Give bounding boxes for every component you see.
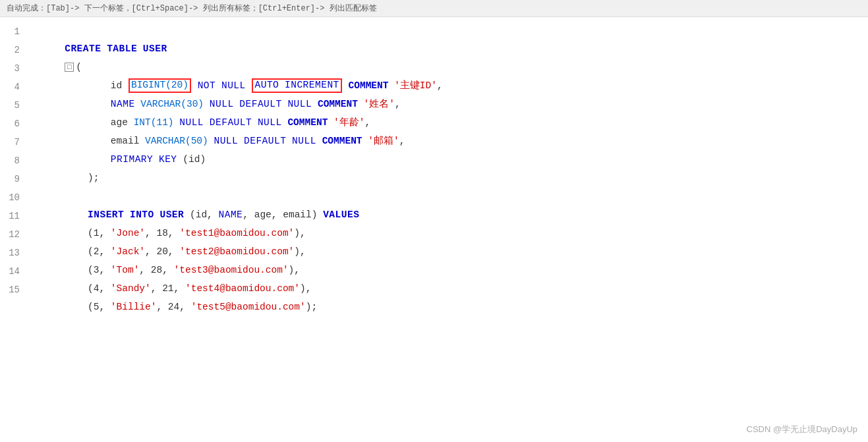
- str-jone: 'Jone': [111, 228, 145, 238]
- keyword-null-5b: NULL: [258, 117, 282, 128]
- str-billie: 'Billie': [111, 302, 157, 312]
- line-num-1: 1: [0, 22, 20, 41]
- keyword-null-3: NULL: [221, 80, 246, 91]
- line-num-3: 3: [0, 59, 20, 78]
- line-num-9: 9: [0, 170, 20, 188]
- code-editor: 1 2 3 4 5 6 7 8 9 10 11 12 13 14 15 CREA…: [0, 17, 868, 303]
- col-name-10: NAME: [219, 209, 243, 220]
- keyword-null-4b: NULL: [287, 99, 312, 109]
- keyword-insert: INSERT: [88, 209, 124, 220]
- keyword-user-10: USER: [159, 209, 184, 220]
- table-name-user: USER: [143, 43, 167, 54]
- line-numbers: 1 2 3 4 5 6 7 8 9 10 11 12 13 14 15: [0, 21, 28, 299]
- line-num-13: 13: [0, 244, 20, 262]
- keyword-create: CREATE: [65, 43, 101, 54]
- keyword-null-4a: NULL: [210, 99, 234, 109]
- line-num-8: 8: [0, 152, 20, 170]
- keyword-null-6a: NULL: [214, 136, 238, 146]
- str-email5: 'test5@baomidou.com': [191, 302, 306, 312]
- type-varchar-50: VARCHAR(50): [145, 136, 208, 146]
- keyword-comment-5: COMMENT: [287, 117, 328, 128]
- line-num-10: 10: [0, 188, 20, 207]
- line-num-11: 11: [0, 207, 20, 225]
- keyword-comment-6: COMMENT: [322, 136, 362, 146]
- keyword-comment-3: COMMENT: [349, 80, 389, 91]
- line-num-5: 5: [0, 96, 20, 115]
- keyword-null-6b: NULL: [292, 136, 316, 146]
- type-int-11: INT(11): [134, 117, 174, 128]
- line-num-6: 6: [0, 115, 20, 133]
- keyword-not: NOT: [198, 80, 216, 91]
- str-email2: 'test2@baomidou.com': [179, 246, 294, 257]
- keyword-null-5a: NULL: [179, 117, 204, 128]
- code-content: CREATE TABLE USER □( id BIGINT(20) NOT N…: [28, 21, 868, 299]
- line-num-7: 7: [0, 133, 20, 152]
- keyword-primary: PRIMARY: [111, 154, 153, 165]
- line-num-2: 2: [0, 41, 20, 59]
- str-sandy: 'Sandy': [111, 283, 151, 294]
- watermark: CSDN @学无止境DayDayUp: [747, 424, 858, 435]
- str-email3: 'test3@baomidou.com': [174, 265, 289, 275]
- line-num-15: 15: [0, 281, 20, 299]
- type-varchar-30: VARCHAR(30): [140, 99, 204, 109]
- keyword-default-5: DEFAULT: [210, 117, 252, 128]
- highlight-bigint: BIGINT(20): [129, 78, 191, 92]
- highlight-auto-increment: AUTO INCREMENT: [252, 78, 341, 92]
- line-1: CREATE TABLE USER: [30, 21, 868, 40]
- str-tom: 'Tom': [111, 265, 140, 275]
- comment-val-4: '姓名': [364, 99, 395, 109]
- keyword-into: INTO: [130, 209, 154, 220]
- str-email1: 'test1@baomidou.com': [179, 228, 294, 238]
- line-num-14: 14: [0, 262, 20, 281]
- keyword-key: KEY: [159, 154, 177, 165]
- line-num-4: 4: [0, 78, 20, 96]
- keyword-table: TABLE: [107, 43, 137, 54]
- line-3: id BIGINT(20) NOT NULL AUTO INCREMENT CO…: [30, 58, 868, 76]
- line-9: [30, 169, 868, 187]
- comment-val-3: '主键ID': [394, 80, 437, 91]
- str-email4: 'test4@baomidou.com': [185, 283, 300, 294]
- comment-val-5: '年龄': [333, 117, 364, 128]
- col-name: NAME: [111, 99, 135, 109]
- line-10: INSERT INTO USER (id, NAME, age, email) …: [30, 187, 868, 206]
- autocomplete-hint: 自动完成：[Tab]-> 下一个标签，[Ctrl+Space]-> 列出所有标签…: [0, 0, 868, 17]
- keyword-default-6: DEFAULT: [244, 136, 286, 146]
- keyword-default-4: DEFAULT: [239, 99, 281, 109]
- str-jack: 'Jack': [111, 246, 145, 257]
- fold-icon[interactable]: □: [65, 63, 74, 72]
- keyword-values: VALUES: [323, 209, 359, 220]
- comment-val-6: '邮箱': [368, 136, 399, 146]
- keyword-comment-4: COMMENT: [318, 99, 358, 109]
- line-num-12: 12: [0, 225, 20, 244]
